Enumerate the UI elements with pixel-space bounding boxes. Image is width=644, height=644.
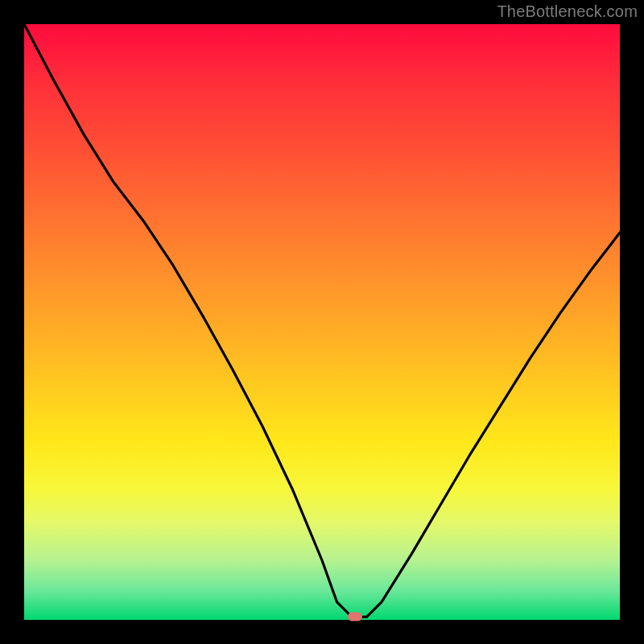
optimum-marker	[348, 613, 362, 621]
bottleneck-curve	[24, 24, 620, 620]
watermark-text: TheBottleneck.com	[497, 2, 638, 21]
plot-area	[24, 24, 620, 620]
chart-frame: TheBottleneck.com	[0, 0, 644, 644]
